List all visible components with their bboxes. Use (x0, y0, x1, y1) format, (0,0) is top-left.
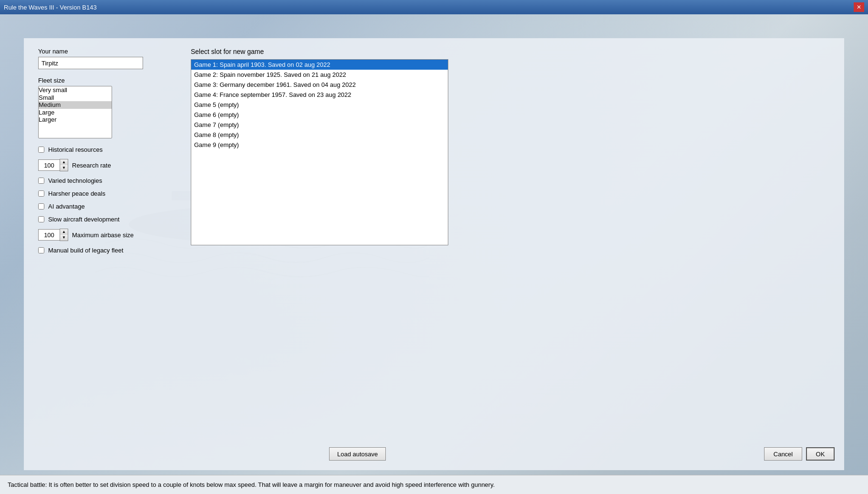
slow-aircraft-label: Slow aircraft development (48, 216, 120, 223)
listbox-item-small[interactable]: Small (39, 94, 112, 102)
research-rate-row: ▲ ▼ Research rate (38, 159, 172, 171)
manual-build-label: Manual build of legacy fleet (48, 247, 124, 254)
varied-technologies-row: Varied technologies (38, 177, 172, 184)
historical-resources-checkbox[interactable] (38, 147, 44, 153)
max-airbase-label: Maximum airbase size (72, 231, 134, 239)
slot-section-title: Select slot for new game (191, 48, 830, 55)
main-window: Your name Fleet size Very small Small Me… (0, 14, 868, 494)
listbox-item-medium[interactable]: Medium (39, 101, 112, 109)
slot-item-8[interactable]: Game 8 (empty) (191, 130, 448, 140)
right-panel: Select slot for new game Game 1: Spain a… (191, 48, 830, 260)
slot-item-4[interactable]: Game 4: France september 1957. Saved on … (191, 90, 448, 100)
fleet-size-listbox[interactable]: Very small Small Medium Large Larger (38, 86, 112, 138)
ai-advantage-label: AI advantage (48, 203, 85, 210)
max-airbase-down-button[interactable]: ▼ (60, 235, 68, 241)
fleet-size-group: Fleet size Very small Small Medium Large… (38, 77, 172, 138)
your-name-input[interactable] (38, 57, 143, 69)
status-text: Tactical battle: It is often better to s… (8, 481, 495, 488)
slot-item-1[interactable]: Game 1: Spain april 1903. Saved on 02 au… (191, 60, 448, 70)
max-airbase-input[interactable] (38, 229, 60, 241)
load-autosave-area: Load autosave (329, 447, 386, 461)
max-airbase-row: ▲ ▼ Maximum airbase size (38, 229, 172, 241)
manual-build-row: Manual build of legacy fleet (38, 247, 172, 254)
fleet-size-label: Fleet size (38, 77, 172, 84)
window-title: Rule the Waves III - Version B143 (4, 4, 97, 11)
left-panel: Your name Fleet size Very small Small Me… (38, 48, 172, 260)
load-autosave-button[interactable]: Load autosave (329, 447, 386, 461)
listbox-item-larger[interactable]: Larger (39, 116, 112, 124)
listbox-item-large[interactable]: Large (39, 109, 112, 116)
research-rate-up-button[interactable]: ▲ (60, 159, 68, 165)
dialog-panel: Your name Fleet size Very small Small Me… (24, 38, 844, 470)
dialog-buttons: Cancel OK (764, 447, 835, 461)
close-button[interactable]: ✕ (854, 2, 864, 12)
harsher-peace-checkbox[interactable] (38, 190, 44, 197)
historical-resources-row: Historical resources (38, 146, 172, 153)
research-rate-spinner-buttons: ▲ ▼ (60, 159, 68, 171)
max-airbase-spinner-buttons: ▲ ▼ (60, 229, 68, 241)
ai-advantage-checkbox[interactable] (38, 203, 44, 210)
research-rate-label: Research rate (72, 162, 111, 169)
slow-aircraft-checkbox[interactable] (38, 216, 44, 222)
title-bar-controls: ✕ (854, 2, 864, 12)
slot-item-3[interactable]: Game 3: Germany december 1961. Saved on … (191, 80, 448, 90)
name-field-group: Your name (38, 48, 172, 69)
slot-item-5[interactable]: Game 5 (empty) (191, 100, 448, 110)
max-airbase-up-button[interactable]: ▲ (60, 229, 68, 235)
status-bar: Tactical battle: It is often better to s… (0, 475, 868, 494)
research-rate-spinner: ▲ ▼ (38, 159, 68, 171)
slot-item-2[interactable]: Game 2: Spain november 1925. Saved on 21… (191, 70, 448, 80)
max-airbase-spinner: ▲ ▼ (38, 229, 68, 241)
slot-item-6[interactable]: Game 6 (empty) (191, 110, 448, 120)
listbox-item-very-small[interactable]: Very small (39, 86, 112, 94)
slow-aircraft-row: Slow aircraft development (38, 216, 172, 223)
harsher-peace-row: Harsher peace deals (38, 190, 172, 197)
research-rate-down-button[interactable]: ▼ (60, 165, 68, 171)
varied-technologies-checkbox[interactable] (38, 178, 44, 184)
ok-button[interactable]: OK (806, 447, 835, 461)
harsher-peace-label: Harsher peace deals (48, 190, 105, 197)
cancel-button[interactable]: Cancel (764, 447, 802, 461)
historical-resources-label: Historical resources (48, 146, 103, 153)
varied-technologies-label: Varied technologies (48, 177, 102, 184)
content-area: Your name Fleet size Very small Small Me… (24, 38, 844, 269)
manual-build-checkbox[interactable] (38, 247, 44, 253)
slot-item-9[interactable]: Game 9 (empty) (191, 140, 448, 150)
title-bar: Rule the Waves III - Version B143 ✕ (0, 0, 868, 14)
ai-advantage-row: AI advantage (38, 203, 172, 210)
research-rate-input[interactable] (38, 159, 60, 171)
slot-listbox[interactable]: Game 1: Spain april 1903. Saved on 02 au… (191, 59, 448, 245)
slot-item-7[interactable]: Game 7 (empty) (191, 120, 448, 130)
fleet-size-listbox-container: Very small Small Medium Large Larger (38, 86, 112, 138)
your-name-label: Your name (38, 48, 172, 55)
